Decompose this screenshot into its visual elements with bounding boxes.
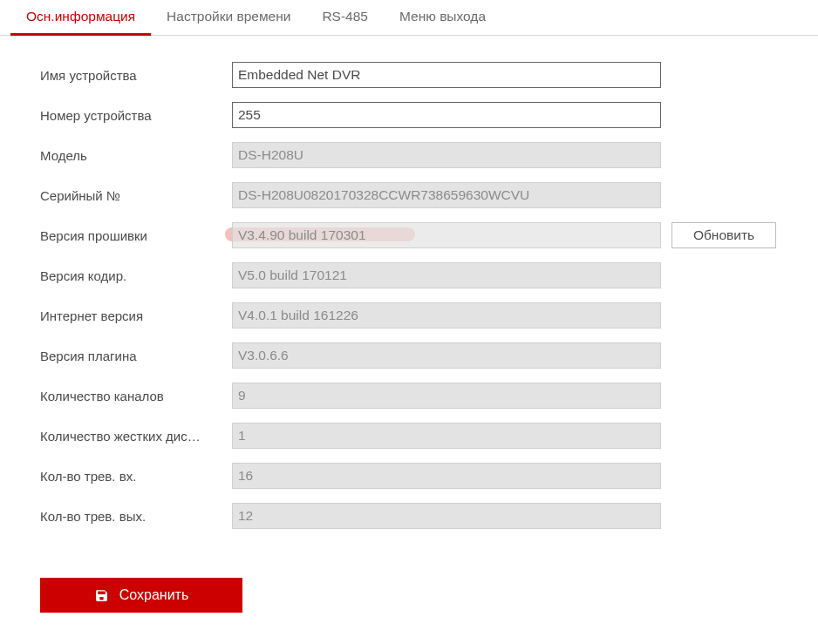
model-field: [232, 142, 661, 168]
label-serial: Серийный №: [40, 188, 232, 203]
channels-field: [232, 383, 661, 409]
label-hdd: Количество жестких дис…: [40, 429, 232, 444]
serial-field: [232, 182, 661, 208]
device-number-field[interactable]: [232, 102, 661, 128]
label-alarm-in: Кол-во трев. вх.: [40, 469, 232, 484]
label-plugin: Версия плагина: [40, 349, 232, 363]
label-web: Интернет версия: [40, 308, 232, 323]
alarm-in-field: [232, 463, 661, 489]
row-encoding: Версия кодир.: [40, 262, 818, 288]
label-device-number: Номер устройства: [40, 108, 232, 123]
label-channels: Количество каналов: [40, 389, 232, 403]
encoding-field: [232, 262, 661, 288]
firmware-field-wrap: [232, 222, 661, 248]
save-icon: [94, 588, 109, 603]
tab-logout-menu[interactable]: Меню выхода: [384, 0, 501, 36]
tabs-bar: Осн.информация Настройки времени RS-485 …: [0, 0, 818, 36]
row-web: Интернет версия: [40, 302, 818, 329]
device-info-form: Имя устройства Номер устройства Модель С…: [0, 36, 818, 630]
row-device-name: Имя устройства: [40, 62, 818, 88]
web-field: [232, 302, 661, 329]
label-firmware: Версия прошивки: [40, 228, 232, 243]
device-name-field[interactable]: [232, 62, 661, 88]
tab-basic-info[interactable]: Осн.информация: [10, 0, 151, 36]
row-device-number: Номер устройства: [40, 102, 818, 128]
row-firmware: Версия прошивки Обновить: [40, 222, 818, 248]
tab-time-settings[interactable]: Настройки времени: [151, 0, 306, 36]
label-model: Модель: [40, 148, 232, 163]
row-channels: Количество каналов: [40, 383, 818, 409]
plugin-field: [232, 342, 661, 369]
firmware-field: [232, 222, 661, 248]
row-alarm-out: Кол-во трев. вых.: [40, 503, 818, 529]
hdd-field: [232, 423, 661, 449]
update-button[interactable]: Обновить: [671, 222, 776, 248]
row-model: Модель: [40, 142, 818, 168]
row-plugin: Версия плагина: [40, 342, 818, 369]
save-button[interactable]: Сохранить: [40, 578, 242, 613]
label-alarm-out: Кол-во трев. вых.: [40, 509, 232, 524]
label-encoding: Версия кодир.: [40, 268, 232, 283]
alarm-out-field: [232, 503, 661, 529]
save-button-label: Сохранить: [119, 587, 189, 603]
label-device-name: Имя устройства: [40, 68, 232, 83]
row-alarm-in: Кол-во трев. вх.: [40, 463, 818, 489]
tab-rs485[interactable]: RS-485: [306, 0, 384, 36]
row-hdd: Количество жестких дис…: [40, 423, 818, 449]
row-serial: Серийный №: [40, 182, 818, 208]
